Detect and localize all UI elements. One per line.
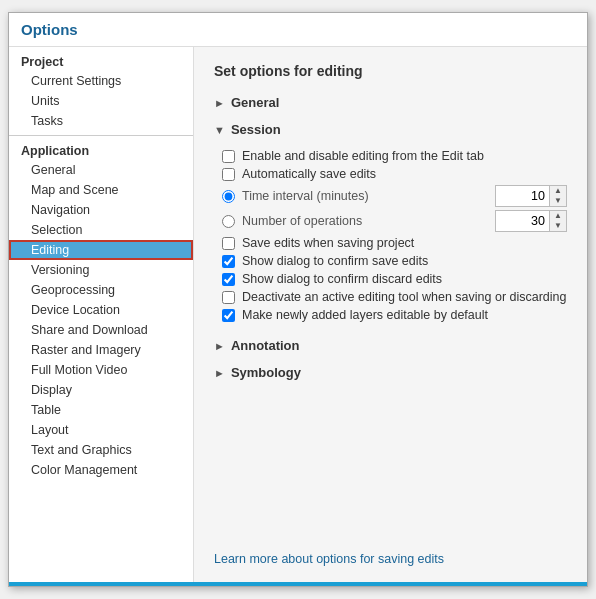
checkbox-auto-save-input[interactable] bbox=[222, 168, 235, 181]
sidebar-item-raster-and-imagery[interactable]: Raster and Imagery bbox=[9, 340, 193, 360]
session-content: Enable and disable editing from the Edit… bbox=[214, 145, 567, 326]
sidebar-item-color-management[interactable]: Color Management bbox=[9, 460, 193, 480]
num-operations-input[interactable] bbox=[495, 210, 550, 232]
num-operations-arrows: ▲ ▼ bbox=[550, 210, 567, 232]
time-interval-down[interactable]: ▼ bbox=[550, 196, 566, 206]
checkbox-auto-save-label: Automatically save edits bbox=[242, 167, 376, 181]
arrow-annotation: ► bbox=[214, 340, 225, 352]
section-general-label: General bbox=[231, 95, 279, 110]
radio-ops-label: Number of operations bbox=[222, 214, 495, 228]
checkbox-confirm-save-label: Show dialog to confirm save edits bbox=[242, 254, 428, 268]
sidebar-group-project: Project bbox=[9, 51, 193, 71]
sidebar-item-device-location[interactable]: Device Location bbox=[9, 300, 193, 320]
section-session-label: Session bbox=[231, 122, 281, 137]
sidebar-item-current-settings[interactable]: Current Settings bbox=[9, 71, 193, 91]
checkbox-deactivate: Deactivate an active editing tool when s… bbox=[222, 290, 567, 304]
sidebar-item-table[interactable]: Table bbox=[9, 400, 193, 420]
sidebar-item-text-and-graphics[interactable]: Text and Graphics bbox=[9, 440, 193, 460]
arrow-session: ▼ bbox=[214, 124, 225, 136]
num-operations-up[interactable]: ▲ bbox=[550, 211, 566, 221]
sidebar-item-full-motion-video[interactable]: Full Motion Video bbox=[9, 360, 193, 380]
dialog-title: Options bbox=[9, 13, 587, 47]
sidebar-item-navigation[interactable]: Navigation bbox=[9, 200, 193, 220]
checkbox-make-editable-input[interactable] bbox=[222, 309, 235, 322]
sidebar-item-display[interactable]: Display bbox=[9, 380, 193, 400]
dialog-bottom-bar bbox=[9, 582, 587, 586]
sidebar-item-general[interactable]: General bbox=[9, 160, 193, 180]
checkbox-confirm-discard: Show dialog to confirm discard edits bbox=[222, 272, 567, 286]
section-session[interactable]: ▼ Session bbox=[214, 118, 567, 141]
checkbox-confirm-save: Show dialog to confirm save edits bbox=[222, 254, 567, 268]
section-symbology[interactable]: ► Symbology bbox=[214, 361, 567, 384]
radio-num-operations-group: Number of operations ▲ ▼ bbox=[222, 210, 567, 232]
radio-time-label: Time interval (minutes) bbox=[222, 189, 495, 203]
time-interval-arrows: ▲ ▼ bbox=[550, 185, 567, 207]
sidebar-item-units[interactable]: Units bbox=[9, 91, 193, 111]
dialog-body: Project Current Settings Units Tasks App… bbox=[9, 47, 587, 582]
checkbox-enable-disable-label: Enable and disable editing from the Edit… bbox=[242, 149, 484, 163]
checkbox-make-editable: Make newly added layers editable by defa… bbox=[222, 308, 567, 322]
checkbox-deactivate-label: Deactivate an active editing tool when s… bbox=[242, 290, 567, 304]
sidebar: Project Current Settings Units Tasks App… bbox=[9, 47, 194, 582]
options-dialog: Options Project Current Settings Units T… bbox=[8, 12, 588, 587]
section-symbology-label: Symbology bbox=[231, 365, 301, 380]
checkbox-save-project-input[interactable] bbox=[222, 237, 235, 250]
learn-more-link[interactable]: Learn more about options for saving edit… bbox=[214, 540, 567, 566]
main-content: Set options for editing ► General ▼ Sess… bbox=[194, 47, 587, 582]
sidebar-item-versioning[interactable]: Versioning bbox=[9, 260, 193, 280]
checkbox-enable-disable-input[interactable] bbox=[222, 150, 235, 163]
time-interval-input[interactable] bbox=[495, 185, 550, 207]
checkbox-save-project: Save edits when saving project bbox=[222, 236, 567, 250]
radio-ops-text: Number of operations bbox=[242, 214, 362, 228]
checkbox-confirm-discard-input[interactable] bbox=[222, 273, 235, 286]
radio-time-input[interactable] bbox=[222, 190, 235, 203]
checkbox-deactivate-input[interactable] bbox=[222, 291, 235, 304]
checkbox-auto-save: Automatically save edits bbox=[222, 167, 567, 181]
num-operations-down[interactable]: ▼ bbox=[550, 221, 566, 231]
checkbox-make-editable-label: Make newly added layers editable by defa… bbox=[242, 308, 488, 322]
radio-time-interval-group: Time interval (minutes) ▲ ▼ bbox=[222, 185, 567, 207]
checkbox-enable-disable: Enable and disable editing from the Edit… bbox=[222, 149, 567, 163]
sidebar-item-selection[interactable]: Selection bbox=[9, 220, 193, 240]
checkbox-confirm-discard-label: Show dialog to confirm discard edits bbox=[242, 272, 442, 286]
checkbox-save-project-label: Save edits when saving project bbox=[242, 236, 414, 250]
main-title: Set options for editing bbox=[214, 63, 567, 79]
sidebar-item-tasks[interactable]: Tasks bbox=[9, 111, 193, 131]
sidebar-item-share-and-download[interactable]: Share and Download bbox=[9, 320, 193, 340]
checkbox-confirm-save-input[interactable] bbox=[222, 255, 235, 268]
sidebar-item-geoprocessing[interactable]: Geoprocessing bbox=[9, 280, 193, 300]
sidebar-item-layout[interactable]: Layout bbox=[9, 420, 193, 440]
sidebar-item-map-and-scene[interactable]: Map and Scene bbox=[9, 180, 193, 200]
arrow-symbology: ► bbox=[214, 367, 225, 379]
radio-time-text: Time interval (minutes) bbox=[242, 189, 369, 203]
sidebar-group-application: Application bbox=[9, 140, 193, 160]
time-interval-up[interactable]: ▲ bbox=[550, 186, 566, 196]
sidebar-item-editing[interactable]: Editing bbox=[9, 240, 193, 260]
arrow-general: ► bbox=[214, 97, 225, 109]
radio-ops-input[interactable] bbox=[222, 215, 235, 228]
section-annotation[interactable]: ► Annotation bbox=[214, 334, 567, 357]
section-general[interactable]: ► General bbox=[214, 91, 567, 114]
section-annotation-label: Annotation bbox=[231, 338, 300, 353]
